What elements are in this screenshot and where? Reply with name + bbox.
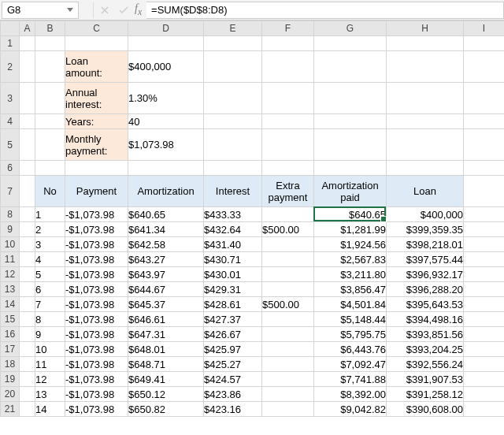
cell-paid[interactable]: $7,092.47 [314,357,387,372]
cell-paid[interactable]: $5,148.44 [314,312,387,327]
cell-paid[interactable]: $6,443.76 [314,342,387,357]
cell-payment[interactable]: -$1,073.98 [65,267,128,282]
cell[interactable] [35,129,65,161]
cell-extra[interactable] [262,282,314,297]
chevron-down-icon[interactable] [67,8,73,12]
cell[interactable] [387,114,464,129]
cell[interactable] [464,402,505,417]
cell-amort[interactable]: $648.01 [128,342,204,357]
cell-amort[interactable]: $643.27 [128,252,204,267]
cell-payment[interactable]: -$1,073.98 [65,312,128,327]
cell[interactable] [464,114,505,129]
row-header-9[interactable]: 9 [1,222,20,237]
cell[interactable] [20,237,35,252]
cell-interest[interactable]: $423.86 [204,387,262,402]
cell-interest[interactable]: $429.31 [204,282,262,297]
row-header-3[interactable]: 3 [1,83,20,114]
cell[interactable] [262,51,314,83]
cell[interactable] [387,161,464,176]
cell[interactable] [464,237,505,252]
cell[interactable] [464,252,505,267]
cell-extra[interactable] [262,387,314,402]
row-header-4[interactable]: 4 [1,114,20,129]
cell-payment[interactable]: -$1,073.98 [65,357,128,372]
cell-payment[interactable]: -$1,073.98 [65,402,128,417]
cell-paid[interactable]: $9,042.82 [314,402,387,417]
name-box[interactable]: G8 [2,2,79,19]
cell-loan[interactable]: $398,218.01 [387,237,464,252]
cell[interactable] [20,312,35,327]
cell[interactable] [387,51,464,83]
row-header-15[interactable]: 15 [1,312,20,327]
cell[interactable] [464,327,505,342]
years-value[interactable]: 40 [128,114,204,129]
cell-extra[interactable] [262,372,314,387]
cell[interactable] [128,36,204,51]
cell-payment[interactable]: -$1,073.98 [65,237,128,252]
cell-extra[interactable] [262,237,314,252]
cell-no[interactable]: 3 [35,237,65,252]
cell[interactable] [20,129,35,161]
cell[interactable] [464,357,505,372]
cell[interactable] [65,36,128,51]
cell-extra[interactable] [262,252,314,267]
row-header-18[interactable]: 18 [1,357,20,372]
cell-no[interactable]: 11 [35,357,65,372]
cell-loan[interactable]: $390,608.00 [387,402,464,417]
cell-amort[interactable]: $641.34 [128,222,204,237]
cell-payment[interactable]: -$1,073.98 [65,222,128,237]
col-header-F[interactable]: F [262,21,314,36]
cell[interactable] [20,282,35,297]
row-header-5[interactable]: 5 [1,129,20,161]
cell[interactable] [204,83,262,114]
cell[interactable] [20,342,35,357]
cell[interactable] [262,83,314,114]
cell[interactable] [464,36,505,51]
cell-interest[interactable]: $427.37 [204,312,262,327]
cell-extra[interactable] [262,357,314,372]
row-header-8[interactable]: 8 [1,207,20,222]
row-header-17[interactable]: 17 [1,342,20,357]
cell-no[interactable]: 13 [35,387,65,402]
cell[interactable] [464,372,505,387]
cell[interactable] [464,387,505,402]
cell[interactable] [262,129,314,161]
cell[interactable] [20,83,35,114]
row-header-20[interactable]: 20 [1,387,20,402]
cell-payment[interactable]: -$1,073.98 [65,252,128,267]
loan-amount-value[interactable]: $400,000 [128,51,204,83]
cell-no[interactable]: 7 [35,297,65,312]
cell[interactable] [314,114,387,129]
cell-payment[interactable]: -$1,073.98 [65,297,128,312]
cell[interactable] [387,36,464,51]
cell[interactable] [464,342,505,357]
col-header-D[interactable]: D [128,21,204,36]
cell-no[interactable]: 4 [35,252,65,267]
cell-no[interactable]: 9 [35,327,65,342]
cell[interactable] [35,161,65,176]
cell-loan[interactable]: $397,575.44 [387,252,464,267]
cell-amort[interactable]: $645.37 [128,297,204,312]
cell[interactable] [314,161,387,176]
cell-no[interactable]: 2 [35,222,65,237]
cell-loan[interactable]: $391,258.12 [387,387,464,402]
cell-amort[interactable]: $642.58 [128,237,204,252]
cell-extra[interactable]: $500.00 [262,222,314,237]
cell-interest[interactable]: $432.64 [204,222,262,237]
cell-extra[interactable]: $500.00 [262,297,314,312]
select-all-corner[interactable] [1,21,20,36]
cell[interactable] [20,327,35,342]
cell[interactable] [464,222,505,237]
cell[interactable] [204,129,262,161]
cell-paid[interactable]: $640.65 [314,207,387,222]
cell-no[interactable]: 8 [35,312,65,327]
annual-interest-value[interactable]: 1.30% [128,83,204,114]
cell-loan[interactable]: $391,907.53 [387,372,464,387]
row-header-10[interactable]: 10 [1,237,20,252]
cell-extra[interactable] [262,312,314,327]
cell-interest[interactable]: $424.57 [204,372,262,387]
cell[interactable] [20,36,35,51]
cell-paid[interactable]: $4,501.84 [314,297,387,312]
cell[interactable] [20,114,35,129]
cell-paid[interactable]: $7,741.88 [314,372,387,387]
